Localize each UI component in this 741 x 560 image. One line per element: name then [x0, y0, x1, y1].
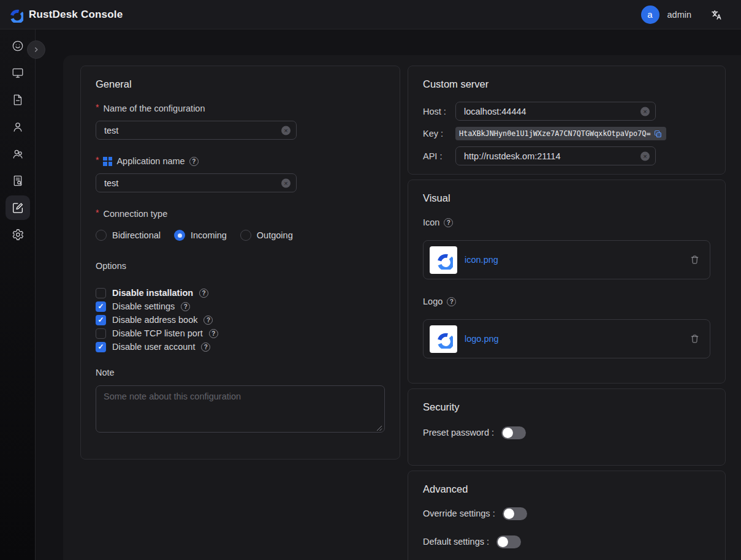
key-value: HtaXBkJNHyn0e1U1jWXze7A7CN7QTGWqxkOtpaVp… — [459, 129, 651, 138]
option-disable-settings: Disable settings — [96, 300, 385, 312]
option-help-icon[interactable] — [199, 289, 208, 298]
note-textarea[interactable] — [96, 385, 385, 433]
application-input-wrap: × — [96, 173, 297, 192]
rustdesk-logo-icon — [7, 7, 23, 23]
api-input[interactable] — [456, 147, 655, 165]
user-icon — [11, 120, 25, 134]
resize-handle-icon[interactable] — [376, 425, 382, 431]
option-disable-tcp-listen-port: Disable TCP listen port — [96, 327, 385, 339]
rustdesk-logo-icon — [434, 251, 453, 270]
page-background: General * Name of the configuration × * … — [36, 29, 741, 560]
settings-gear-icon — [11, 228, 25, 241]
clear-host-icon[interactable]: × — [640, 107, 650, 116]
preset-password-label: Preset password : — [423, 428, 494, 437]
copy-icon — [653, 129, 663, 138]
sidebar-item-users[interactable] — [6, 115, 30, 139]
security-card: Security Preset password : — [408, 388, 726, 466]
avatar[interactable]: a — [641, 6, 659, 24]
radio-circle[interactable] — [96, 230, 107, 241]
radio-bidirectional[interactable]: Bidirectional — [96, 230, 161, 241]
general-card: General * Name of the configuration × * … — [80, 66, 400, 460]
host-input[interactable] — [456, 102, 655, 120]
option-help-icon[interactable] — [181, 302, 190, 311]
trash-icon — [690, 333, 700, 344]
sidebar-expand-button[interactable] — [27, 40, 45, 59]
preset-password-row: Preset password : — [423, 426, 710, 439]
option-disable-user-account: Disable user account — [96, 341, 385, 353]
sidebar-item-custom-client[interactable] — [6, 195, 30, 220]
key-value-box: HtaXBkJNHyn0e1U1jWXze7A7CN7QTGWqxkOtpaVp… — [455, 127, 666, 140]
rustdesk-logo-icon — [434, 330, 453, 349]
sidebar-item-status[interactable] — [6, 34, 30, 58]
default-settings-toggle[interactable] — [496, 535, 521, 548]
option-disable-installation: Disable installation — [96, 287, 385, 299]
sidebar-item-documents[interactable] — [6, 88, 30, 112]
username[interactable]: admin — [667, 10, 692, 20]
audit-log-icon — [11, 174, 25, 187]
preset-password-toggle[interactable] — [501, 426, 526, 439]
trash-icon — [690, 254, 700, 265]
host-input-wrap: × — [455, 102, 656, 121]
option-help-icon[interactable] — [209, 329, 218, 338]
application-field-label: * Application name — [96, 156, 385, 167]
radio-incoming[interactable]: Incoming — [174, 230, 227, 241]
checkbox[interactable] — [96, 328, 106, 339]
host-row: Host : × — [423, 102, 710, 121]
checkbox[interactable] — [96, 342, 106, 352]
api-input-wrap: × — [455, 146, 656, 165]
delete-logo-button[interactable] — [690, 333, 700, 344]
checkbox[interactable] — [96, 288, 106, 298]
custom-client-edit-icon — [11, 201, 25, 214]
sidebar-item-audit[interactable] — [6, 168, 30, 193]
required-marker: * — [96, 210, 99, 216]
connection-type-group: Bidirectional Incoming Outgoing — [96, 229, 385, 241]
icon-label: Icon — [423, 217, 710, 228]
clear-api-icon[interactable]: × — [640, 151, 650, 161]
icon-file-row: icon.png — [423, 240, 710, 279]
copy-key-button[interactable] — [653, 129, 663, 138]
radio-circle[interactable] — [240, 230, 251, 241]
checkbox[interactable] — [96, 315, 106, 325]
smiley-status-icon — [11, 39, 25, 53]
security-title: Security — [423, 401, 710, 412]
configuration-name-input[interactable] — [96, 121, 296, 139]
checkbox[interactable] — [96, 301, 106, 312]
delete-icon-button[interactable] — [690, 254, 700, 265]
logo-help-icon[interactable] — [447, 297, 456, 306]
radio-circle[interactable] — [174, 230, 185, 241]
key-label: Key : — [423, 129, 455, 138]
clear-name-icon[interactable]: × — [281, 126, 291, 135]
sidebar-item-groups[interactable] — [6, 142, 30, 166]
visual-card: Visual Icon icon.png — [408, 180, 726, 384]
option-help-icon[interactable] — [201, 342, 210, 352]
application-name-input[interactable] — [96, 174, 296, 192]
override-settings-row: Override settings : — [423, 507, 710, 520]
logo-file-link[interactable]: logo.png — [465, 334, 499, 344]
clear-application-icon[interactable]: × — [281, 178, 291, 187]
application-help-icon[interactable] — [189, 157, 199, 166]
icon-help-icon[interactable] — [444, 218, 453, 227]
devices-monitor-icon — [11, 66, 25, 80]
radio-outgoing[interactable]: Outgoing — [240, 230, 293, 241]
default-settings-row: Default settings : — [423, 535, 710, 548]
advanced-title: Advanced — [423, 483, 710, 494]
logo-file-row: logo.png — [423, 319, 710, 358]
sidebar-item-devices[interactable] — [6, 61, 30, 85]
icon-file-link[interactable]: icon.png — [465, 255, 498, 265]
logo-thumbnail — [430, 325, 457, 353]
api-label: API : — [423, 151, 455, 161]
custom-server-card: Custom server Host : × Key : HtaXBkJNHyn… — [408, 66, 726, 175]
windows-logo-icon — [103, 157, 112, 166]
required-marker: * — [96, 157, 99, 163]
option-help-icon[interactable] — [203, 316, 213, 325]
app-title: RustDesk Console — [29, 9, 123, 21]
note-textarea-wrap — [96, 385, 385, 435]
logo-label: Logo — [423, 296, 710, 307]
sidebar — [0, 29, 36, 560]
override-settings-toggle[interactable] — [503, 507, 527, 520]
options-group: Disable installation Disable settings Di… — [96, 287, 385, 353]
sidebar-item-settings[interactable] — [6, 222, 30, 247]
default-settings-label: Default settings : — [423, 537, 489, 547]
required-marker: * — [96, 104, 99, 110]
translate-button[interactable] — [710, 8, 723, 21]
